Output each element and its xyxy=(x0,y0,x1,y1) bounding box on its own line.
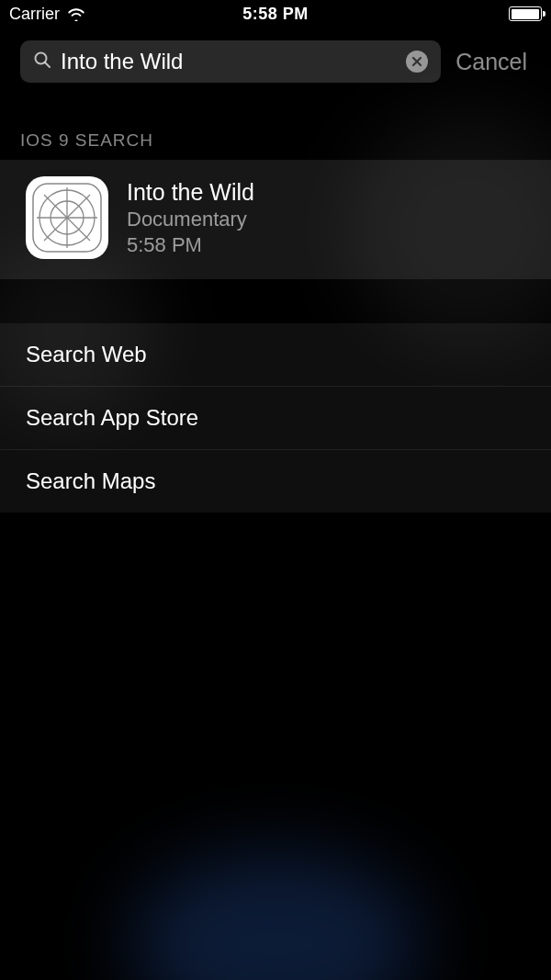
section-header: IOS 9 SEARCH xyxy=(0,96,551,160)
search-result[interactable]: Into the Wild Documentary 5:58 PM xyxy=(0,160,551,279)
search-web-item[interactable]: Search Web xyxy=(0,323,551,387)
clear-search-button[interactable] xyxy=(406,51,428,73)
search-app-store-item[interactable]: Search App Store xyxy=(0,387,551,450)
search-input[interactable] xyxy=(61,49,397,74)
search-field[interactable] xyxy=(20,40,441,83)
clock: 5:58 PM xyxy=(242,5,309,24)
background-glow xyxy=(129,851,422,980)
result-time: 5:58 PM xyxy=(127,233,254,257)
result-subtitle: Documentary xyxy=(127,208,254,231)
status-bar: Carrier 5:58 PM xyxy=(0,0,551,28)
carrier-label: Carrier xyxy=(9,5,60,24)
search-icon xyxy=(33,51,51,73)
search-maps-item[interactable]: Search Maps xyxy=(0,450,551,513)
action-list: Search Web Search App Store Search Maps xyxy=(0,323,551,513)
svg-line-1 xyxy=(45,62,50,67)
search-row: Cancel xyxy=(0,28,551,96)
cancel-button[interactable]: Cancel xyxy=(455,49,531,75)
close-icon xyxy=(411,56,422,67)
result-title: Into the Wild xyxy=(127,179,254,206)
wifi-icon xyxy=(67,7,85,21)
battery-icon xyxy=(509,6,542,21)
spacer xyxy=(0,279,551,323)
app-icon xyxy=(26,176,108,259)
